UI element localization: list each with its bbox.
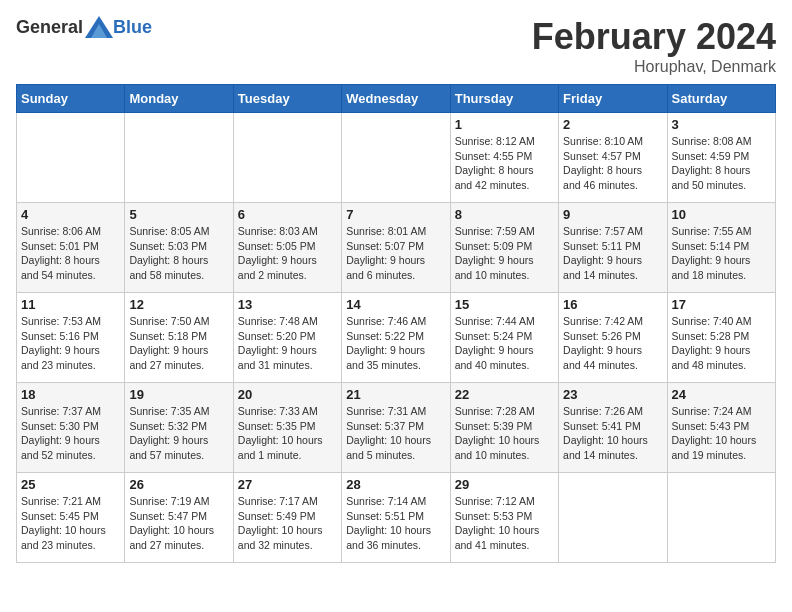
- day-number: 3: [672, 117, 771, 132]
- day-info: Sunrise: 8:05 AMSunset: 5:03 PMDaylight:…: [129, 224, 228, 283]
- calendar-cell: 18Sunrise: 7:37 AMSunset: 5:30 PMDayligh…: [17, 383, 125, 473]
- weekday-header-sunday: Sunday: [17, 85, 125, 113]
- calendar-cell: [559, 473, 667, 563]
- day-number: 25: [21, 477, 120, 492]
- day-number: 17: [672, 297, 771, 312]
- day-number: 5: [129, 207, 228, 222]
- weekday-header-thursday: Thursday: [450, 85, 558, 113]
- location-text: Horuphav, Denmark: [532, 58, 776, 76]
- calendar-week-row: 4Sunrise: 8:06 AMSunset: 5:01 PMDaylight…: [17, 203, 776, 293]
- day-info: Sunrise: 7:59 AMSunset: 5:09 PMDaylight:…: [455, 224, 554, 283]
- weekday-header-saturday: Saturday: [667, 85, 775, 113]
- calendar-cell: 7Sunrise: 8:01 AMSunset: 5:07 PMDaylight…: [342, 203, 450, 293]
- day-number: 24: [672, 387, 771, 402]
- calendar-cell: 14Sunrise: 7:46 AMSunset: 5:22 PMDayligh…: [342, 293, 450, 383]
- day-number: 1: [455, 117, 554, 132]
- day-number: 13: [238, 297, 337, 312]
- calendar-cell: [17, 113, 125, 203]
- day-info: Sunrise: 7:48 AMSunset: 5:20 PMDaylight:…: [238, 314, 337, 373]
- day-number: 20: [238, 387, 337, 402]
- calendar-cell: 5Sunrise: 8:05 AMSunset: 5:03 PMDaylight…: [125, 203, 233, 293]
- calendar-cell: 13Sunrise: 7:48 AMSunset: 5:20 PMDayligh…: [233, 293, 341, 383]
- calendar-cell: 1Sunrise: 8:12 AMSunset: 4:55 PMDaylight…: [450, 113, 558, 203]
- calendar-cell: 6Sunrise: 8:03 AMSunset: 5:05 PMDaylight…: [233, 203, 341, 293]
- day-info: Sunrise: 7:31 AMSunset: 5:37 PMDaylight:…: [346, 404, 445, 463]
- day-info: Sunrise: 7:42 AMSunset: 5:26 PMDaylight:…: [563, 314, 662, 373]
- calendar-week-row: 11Sunrise: 7:53 AMSunset: 5:16 PMDayligh…: [17, 293, 776, 383]
- calendar-cell: 16Sunrise: 7:42 AMSunset: 5:26 PMDayligh…: [559, 293, 667, 383]
- day-info: Sunrise: 7:24 AMSunset: 5:43 PMDaylight:…: [672, 404, 771, 463]
- day-number: 2: [563, 117, 662, 132]
- day-info: Sunrise: 7:21 AMSunset: 5:45 PMDaylight:…: [21, 494, 120, 553]
- calendar-cell: 19Sunrise: 7:35 AMSunset: 5:32 PMDayligh…: [125, 383, 233, 473]
- calendar-cell: 15Sunrise: 7:44 AMSunset: 5:24 PMDayligh…: [450, 293, 558, 383]
- day-number: 11: [21, 297, 120, 312]
- day-info: Sunrise: 7:33 AMSunset: 5:35 PMDaylight:…: [238, 404, 337, 463]
- day-info: Sunrise: 7:50 AMSunset: 5:18 PMDaylight:…: [129, 314, 228, 373]
- day-number: 21: [346, 387, 445, 402]
- calendar-cell: 26Sunrise: 7:19 AMSunset: 5:47 PMDayligh…: [125, 473, 233, 563]
- day-info: Sunrise: 7:53 AMSunset: 5:16 PMDaylight:…: [21, 314, 120, 373]
- day-info: Sunrise: 7:26 AMSunset: 5:41 PMDaylight:…: [563, 404, 662, 463]
- calendar-cell: [125, 113, 233, 203]
- calendar-week-row: 1Sunrise: 8:12 AMSunset: 4:55 PMDaylight…: [17, 113, 776, 203]
- calendar-cell: 24Sunrise: 7:24 AMSunset: 5:43 PMDayligh…: [667, 383, 775, 473]
- calendar-cell: 21Sunrise: 7:31 AMSunset: 5:37 PMDayligh…: [342, 383, 450, 473]
- title-area: February 2024 Horuphav, Denmark: [532, 16, 776, 76]
- logo-general-text: General: [16, 17, 83, 38]
- calendar-cell: 25Sunrise: 7:21 AMSunset: 5:45 PMDayligh…: [17, 473, 125, 563]
- day-number: 6: [238, 207, 337, 222]
- day-info: Sunrise: 7:57 AMSunset: 5:11 PMDaylight:…: [563, 224, 662, 283]
- day-number: 4: [21, 207, 120, 222]
- day-info: Sunrise: 7:17 AMSunset: 5:49 PMDaylight:…: [238, 494, 337, 553]
- day-info: Sunrise: 7:19 AMSunset: 5:47 PMDaylight:…: [129, 494, 228, 553]
- calendar-cell: 3Sunrise: 8:08 AMSunset: 4:59 PMDaylight…: [667, 113, 775, 203]
- day-info: Sunrise: 7:12 AMSunset: 5:53 PMDaylight:…: [455, 494, 554, 553]
- weekday-header-wednesday: Wednesday: [342, 85, 450, 113]
- calendar-week-row: 25Sunrise: 7:21 AMSunset: 5:45 PMDayligh…: [17, 473, 776, 563]
- day-number: 14: [346, 297, 445, 312]
- calendar-cell: 23Sunrise: 7:26 AMSunset: 5:41 PMDayligh…: [559, 383, 667, 473]
- calendar-cell: 22Sunrise: 7:28 AMSunset: 5:39 PMDayligh…: [450, 383, 558, 473]
- day-number: 26: [129, 477, 228, 492]
- month-title: February 2024: [532, 16, 776, 58]
- calendar-cell: [342, 113, 450, 203]
- calendar-cell: 10Sunrise: 7:55 AMSunset: 5:14 PMDayligh…: [667, 203, 775, 293]
- day-number: 12: [129, 297, 228, 312]
- day-number: 16: [563, 297, 662, 312]
- calendar-cell: [233, 113, 341, 203]
- day-number: 15: [455, 297, 554, 312]
- logo: General Blue: [16, 16, 152, 38]
- calendar-cell: 4Sunrise: 8:06 AMSunset: 5:01 PMDaylight…: [17, 203, 125, 293]
- day-number: 29: [455, 477, 554, 492]
- calendar-cell: 9Sunrise: 7:57 AMSunset: 5:11 PMDaylight…: [559, 203, 667, 293]
- day-info: Sunrise: 7:44 AMSunset: 5:24 PMDaylight:…: [455, 314, 554, 373]
- day-info: Sunrise: 7:37 AMSunset: 5:30 PMDaylight:…: [21, 404, 120, 463]
- calendar-cell: 29Sunrise: 7:12 AMSunset: 5:53 PMDayligh…: [450, 473, 558, 563]
- calendar-week-row: 18Sunrise: 7:37 AMSunset: 5:30 PMDayligh…: [17, 383, 776, 473]
- calendar-cell: 20Sunrise: 7:33 AMSunset: 5:35 PMDayligh…: [233, 383, 341, 473]
- logo-blue-text: Blue: [113, 17, 152, 38]
- weekday-header-friday: Friday: [559, 85, 667, 113]
- calendar-cell: 28Sunrise: 7:14 AMSunset: 5:51 PMDayligh…: [342, 473, 450, 563]
- day-number: 7: [346, 207, 445, 222]
- weekday-header-monday: Monday: [125, 85, 233, 113]
- day-number: 22: [455, 387, 554, 402]
- logo-icon: [85, 16, 113, 38]
- day-info: Sunrise: 7:46 AMSunset: 5:22 PMDaylight:…: [346, 314, 445, 373]
- day-info: Sunrise: 8:03 AMSunset: 5:05 PMDaylight:…: [238, 224, 337, 283]
- day-number: 10: [672, 207, 771, 222]
- weekday-header-tuesday: Tuesday: [233, 85, 341, 113]
- calendar-header-row: SundayMondayTuesdayWednesdayThursdayFrid…: [17, 85, 776, 113]
- day-info: Sunrise: 7:40 AMSunset: 5:28 PMDaylight:…: [672, 314, 771, 373]
- day-info: Sunrise: 7:14 AMSunset: 5:51 PMDaylight:…: [346, 494, 445, 553]
- calendar-table: SundayMondayTuesdayWednesdayThursdayFrid…: [16, 84, 776, 563]
- day-number: 23: [563, 387, 662, 402]
- calendar-cell: 8Sunrise: 7:59 AMSunset: 5:09 PMDaylight…: [450, 203, 558, 293]
- calendar-cell: 11Sunrise: 7:53 AMSunset: 5:16 PMDayligh…: [17, 293, 125, 383]
- day-info: Sunrise: 7:55 AMSunset: 5:14 PMDaylight:…: [672, 224, 771, 283]
- day-info: Sunrise: 7:35 AMSunset: 5:32 PMDaylight:…: [129, 404, 228, 463]
- day-info: Sunrise: 8:10 AMSunset: 4:57 PMDaylight:…: [563, 134, 662, 193]
- day-number: 27: [238, 477, 337, 492]
- calendar-cell: [667, 473, 775, 563]
